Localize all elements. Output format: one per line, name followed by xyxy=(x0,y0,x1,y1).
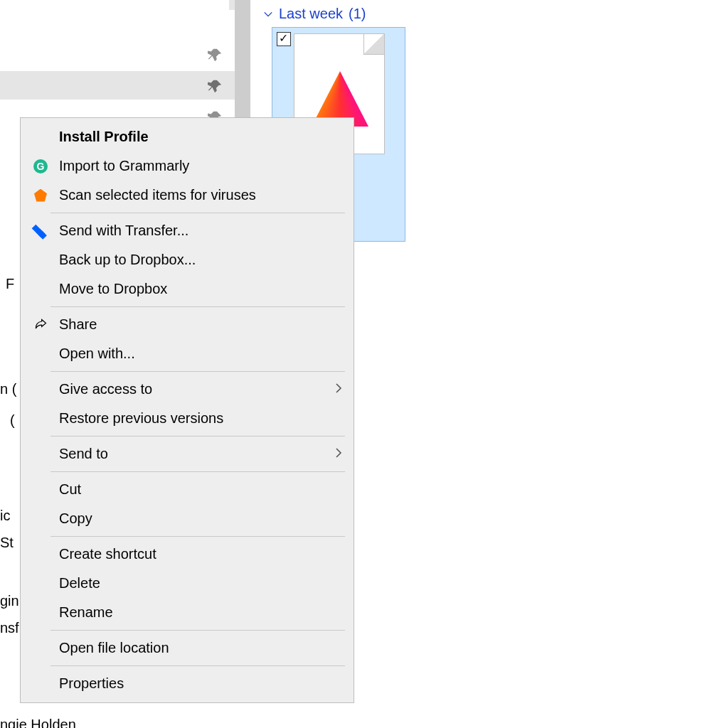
menu-separator xyxy=(51,630,345,631)
page-fold-icon xyxy=(363,34,384,55)
menu-copy[interactable]: Copy xyxy=(22,504,352,533)
menu-label: Give access to xyxy=(59,381,335,397)
dropbox-icon xyxy=(31,223,51,240)
truncated-text: ic xyxy=(0,508,10,524)
menu-send-transfer[interactable]: Send with Transfer... xyxy=(22,216,352,245)
menu-label: Open with... xyxy=(59,346,342,362)
menu-move-dropbox[interactable]: Move to Dropbox xyxy=(22,274,352,304)
menu-scan-viruses[interactable]: Scan selected items for viruses xyxy=(22,181,352,210)
truncated-text: F xyxy=(6,276,14,292)
vertical-scrollbar[interactable] xyxy=(235,0,250,121)
grammarly-icon: G xyxy=(31,158,51,175)
blank-icon xyxy=(31,410,51,427)
chevron-right-icon xyxy=(335,381,342,397)
menu-label: Properties xyxy=(59,675,342,692)
blank-icon xyxy=(31,281,51,298)
menu-separator xyxy=(51,536,345,537)
menu-label: Create shortcut xyxy=(59,546,342,562)
menu-label: Open file location xyxy=(59,640,342,656)
menu-separator xyxy=(51,213,345,213)
menu-create-shortcut[interactable]: Create shortcut xyxy=(22,540,352,569)
menu-share[interactable]: Share xyxy=(22,310,352,339)
menu-label: Send with Transfer... xyxy=(59,223,342,239)
menu-label: Back up to Dropbox... xyxy=(59,252,342,268)
menu-label: Restore previous versions xyxy=(59,410,342,427)
blank-icon xyxy=(31,129,51,146)
share-icon xyxy=(31,316,51,333)
menu-label: Import to Grammarly xyxy=(59,158,342,174)
blank-icon xyxy=(31,510,51,528)
group-header-count: (1) xyxy=(349,6,366,22)
blank-icon xyxy=(31,546,51,563)
menu-separator xyxy=(51,436,345,437)
truncated-text: ngie Holden xyxy=(0,717,76,728)
blank-icon xyxy=(31,481,51,498)
menu-delete[interactable]: Delete xyxy=(22,569,352,598)
group-header-last-week[interactable]: Last week (1) xyxy=(263,6,366,22)
menu-import-grammarly[interactable]: G Import to Grammarly xyxy=(22,151,352,181)
truncated-text: St xyxy=(0,535,14,551)
menu-install-profile[interactable]: Install Profile xyxy=(22,122,352,151)
group-header-label: Last week xyxy=(279,6,343,22)
blank-icon xyxy=(31,252,51,269)
menu-open-file-location[interactable]: Open file location xyxy=(22,633,352,663)
nav-row-selected[interactable] xyxy=(0,71,235,100)
menu-label: Install Profile xyxy=(59,129,342,145)
chevron-down-icon xyxy=(263,9,273,19)
menu-restore-versions[interactable]: Restore previous versions xyxy=(22,404,352,433)
menu-separator xyxy=(51,471,345,472)
menu-label: Share xyxy=(59,316,342,333)
menu-label: Copy xyxy=(59,510,342,527)
blank-icon xyxy=(31,640,51,657)
blank-icon xyxy=(31,675,51,692)
menu-send-to[interactable]: Send to xyxy=(22,439,352,469)
truncated-text: n ( xyxy=(0,381,16,397)
context-menu: Install Profile G Import to Grammarly Sc… xyxy=(20,117,354,703)
chevron-right-icon xyxy=(335,446,342,462)
menu-give-access[interactable]: Give access to xyxy=(22,375,352,404)
menu-label: Scan selected items for viruses xyxy=(59,187,342,203)
file-checkbox-checked[interactable] xyxy=(277,32,291,46)
menu-label: Send to xyxy=(59,446,335,462)
truncated-text: gin xyxy=(0,593,19,609)
menu-properties[interactable]: Properties xyxy=(22,669,352,698)
menu-label: Rename xyxy=(59,604,342,621)
blank-icon xyxy=(31,381,51,398)
menu-rename[interactable]: Rename xyxy=(22,598,352,627)
menu-open-with[interactable]: Open with... xyxy=(22,339,352,368)
menu-label: Cut xyxy=(59,481,342,498)
blank-icon xyxy=(31,346,51,363)
blank-icon xyxy=(31,446,51,463)
menu-separator xyxy=(51,371,345,372)
blank-icon xyxy=(31,575,51,592)
truncated-text: ( xyxy=(10,412,15,429)
avast-icon xyxy=(31,187,51,204)
menu-label: Delete xyxy=(59,575,342,592)
menu-separator xyxy=(51,306,345,307)
menu-backup-dropbox[interactable]: Back up to Dropbox... xyxy=(22,245,352,274)
menu-cut[interactable]: Cut xyxy=(22,475,352,504)
truncated-text: nsf xyxy=(0,620,19,636)
pin-icon xyxy=(208,78,223,94)
pin-icon xyxy=(208,47,223,63)
blank-icon xyxy=(31,604,51,621)
menu-separator xyxy=(51,665,345,666)
menu-label: Move to Dropbox xyxy=(59,281,342,297)
